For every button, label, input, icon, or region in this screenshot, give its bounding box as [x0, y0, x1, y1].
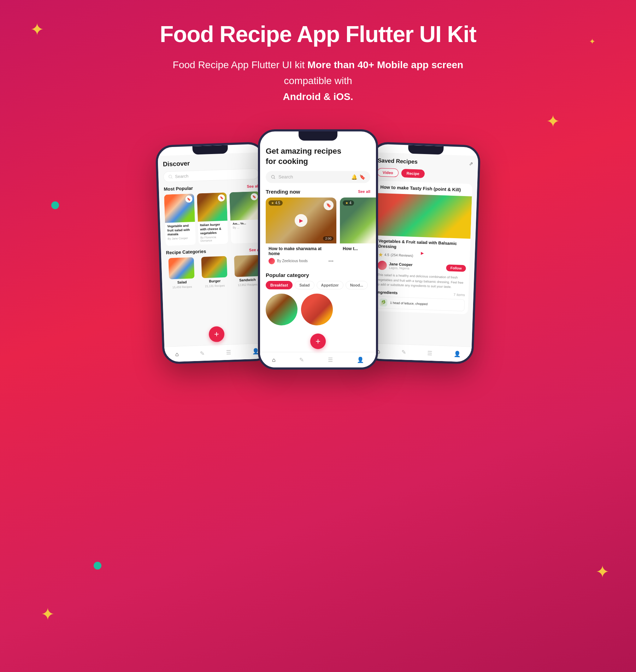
recipe-name: Vegetable and fruit salad with masala [167, 224, 193, 237]
nav-home[interactable]: ⌂ [272, 357, 276, 363]
category-images [266, 294, 370, 325]
search-bar-left[interactable]: Search [163, 169, 259, 182]
trending-card[interactable]: ★ 4 How t... [340, 198, 376, 267]
ingredient-row: 🥬 1 head of lettuce, chopped [376, 296, 465, 312]
author-info: Jane Cooper Lagos, Nigeria [389, 262, 444, 271]
cat-img-wrap [266, 294, 298, 325]
search-bar-icons: 🔔 🔖 [351, 174, 365, 180]
nav-profile[interactable]: 👤 [454, 351, 461, 358]
notch-right [408, 145, 444, 155]
svg-line-1 [171, 178, 172, 179]
nav-edit[interactable]: ✎ [401, 349, 406, 356]
recipe-author: By Jane Cooper [167, 236, 193, 241]
star-icon: ★ [378, 251, 383, 258]
play-btn[interactable]: ▶ [295, 214, 307, 227]
most-popular-header: Most Popular See all [164, 183, 259, 192]
recipe-short-title: How to make Tasty Fish (point & Kill) [377, 181, 472, 194]
category-count: 12,852 Recipes [238, 283, 258, 287]
category-image [234, 255, 260, 277]
most-popular-see-all[interactable]: See all [247, 184, 259, 188]
author-avatar [269, 258, 275, 264]
ingredient-text: 1 head of lettuce, chopped [390, 301, 428, 306]
recipe-description: This salad is a healthy and delicious co… [377, 273, 466, 290]
trending-name: How t... [343, 246, 376, 251]
saved-title: Saved Recipes [378, 158, 418, 165]
fab-button-center[interactable]: + [310, 334, 326, 349]
bottom-nav-left: ⌂ ✎ ☰ 👤 [164, 343, 270, 362]
category-name: Sandwich [239, 278, 256, 282]
fab-button-left[interactable]: + [208, 326, 225, 342]
chip-appetizer[interactable]: Appetizer [317, 281, 343, 289]
recipe-image: 🔖 [229, 191, 260, 221]
bookmark-btn[interactable]: 🔖 [251, 193, 258, 201]
trending-label: Trending now [266, 189, 300, 195]
recipe-card-info: Am... Ve... By ... [230, 220, 261, 232]
star-decoration: ✦ [41, 604, 55, 624]
nav-edit[interactable]: ✎ [200, 350, 205, 356]
nav-list[interactable]: ☰ [226, 349, 231, 356]
tab-video[interactable]: Video [377, 168, 399, 177]
rating-badge: ★ 4 [343, 200, 354, 206]
author-avatar [377, 261, 387, 270]
svg-point-0 [169, 175, 172, 178]
tab-recipe[interactable]: Recipe [401, 169, 425, 178]
bookmark-btn[interactable]: 🔖 [185, 195, 193, 203]
search-icon [271, 175, 276, 179]
category-name: Salad [177, 280, 187, 284]
phone-center: Get amazing recipes for cooking Search 🔔… [258, 129, 378, 370]
more-dots[interactable]: ••• [328, 258, 334, 264]
categories-label: Recipe Categories [166, 249, 206, 255]
nav-profile[interactable]: 👤 [357, 356, 364, 363]
nav-home[interactable]: ⌂ [175, 351, 179, 358]
chip-salad[interactable]: Salad [295, 281, 314, 289]
bookmark-icon[interactable]: 🔖 [359, 174, 365, 180]
trending-see-all[interactable]: See all [358, 189, 370, 194]
ingredients-header: Ingredients 7 items [377, 290, 465, 297]
recipe-card[interactable]: 🔖 Italian burger with cheese & vegetable… [197, 193, 229, 245]
recipes-screen: Get amazing recipes for cooking Search 🔔… [260, 141, 376, 367]
reviews-count: (254 Reviews) [390, 253, 413, 258]
discover-screen: Discover Search Most Popular See all 🔖 V… [158, 152, 270, 362]
trending-scroll: ★ 4.5 🔖 ▶ 2:00 How to make sharwama at h… [266, 198, 370, 267]
nav-list[interactable]: ☰ [328, 356, 333, 363]
chip-breakfast[interactable]: Breakfast [266, 281, 293, 289]
category-item[interactable]: Salad 15,459 Recipes [166, 257, 197, 289]
duration-badge: 2:00 [323, 236, 334, 241]
saved-screen: Saved Recipes ⇗ Video Recipe How to make… [366, 152, 478, 364]
dot-decoration [94, 562, 101, 570]
recipe-card[interactable]: 🔖 Vegetable and fruit salad with masala … [164, 194, 196, 246]
recipe-card[interactable]: 🔖 Am... Ve... By ... [229, 191, 261, 244]
trending-header: Trending now See all [266, 189, 370, 195]
category-count: 21,131 Recipes [205, 284, 225, 288]
trending-image: ★ 4.5 🔖 ▶ 2:00 [266, 198, 336, 243]
follow-btn[interactable]: Follow [446, 264, 466, 272]
header: Food Recipe App Flutter UI Kit Food Reci… [0, 0, 636, 115]
trending-info: How t... [340, 243, 376, 256]
search-bar-center[interactable]: Search 🔔 🔖 [266, 171, 370, 183]
page-title: Food Recipe App Flutter UI Kit [71, 21, 565, 47]
bookmark-btn[interactable]: 🔖 [324, 200, 334, 210]
trending-info: How to make sharwama at home By Zeelicio… [266, 243, 336, 267]
tab-row: Video Recipe [377, 168, 473, 180]
phones-showcase: Discover Search Most Popular See all 🔖 V… [0, 115, 636, 391]
nav-list[interactable]: ☰ [427, 350, 432, 356]
bookmark-btn[interactable]: 🔖 [218, 194, 225, 202]
recipe-detail-card[interactable]: How to make Tasty Fish (point & Kill) ▶ … [372, 181, 472, 314]
star-icon: ★ [345, 201, 348, 205]
page-subtitle: Food Recipe App Flutter UI kit More than… [71, 57, 565, 105]
category-item[interactable]: Burger 21,131 Recipes [199, 256, 230, 288]
recipe-author: By ... [233, 225, 259, 230]
trending-card[interactable]: ★ 4.5 🔖 ▶ 2:00 How to make sharwama at h… [266, 198, 336, 267]
bell-icon[interactable]: 🔔 [351, 174, 357, 180]
ingredients-label: Ingredients [377, 290, 398, 295]
category-name: Burger [209, 279, 220, 283]
most-popular-label: Most Popular [164, 185, 193, 192]
discover-title: Discover [163, 158, 259, 168]
search-placeholder-left: Search [175, 174, 188, 179]
share-icon[interactable]: ⇗ [469, 161, 473, 167]
category-chips: Breakfast Salad Appetizer Nood... [266, 281, 370, 289]
recipe-name: Italian burger with cheese & vegetables [200, 223, 226, 236]
chip-noodles[interactable]: Nood... [346, 281, 368, 289]
nav-edit[interactable]: ✎ [299, 356, 304, 363]
author-name: By Zeelicious foods [277, 259, 308, 263]
